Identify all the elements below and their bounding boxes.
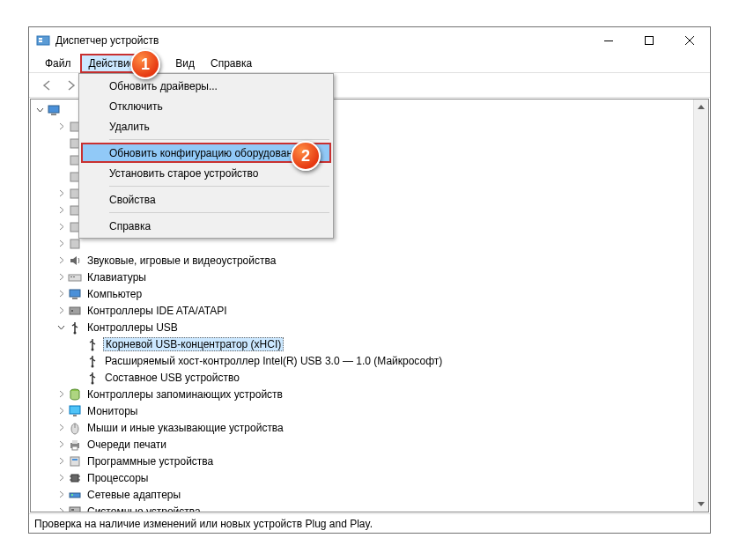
expander-spacer [73, 356, 84, 366]
tree-item[interactable]: Контроллеры USB [34, 319, 708, 335]
tree-item[interactable]: Расширяемый хост-контроллер Intel(R) USB… [34, 352, 708, 369]
scroll-down-button[interactable] [694, 497, 708, 512]
chevron-right-icon[interactable] [55, 456, 66, 467]
tree-item[interactable]: Мониторы [34, 402, 708, 419]
tree-item[interactable]: Программные устройства [34, 453, 708, 469]
ide-icon [68, 304, 82, 318]
tree-item-label: Процессоры [85, 472, 151, 484]
menu-separator [109, 139, 329, 140]
chevron-right-icon[interactable] [55, 506, 66, 513]
vertical-scrollbar[interactable] [693, 99, 708, 512]
menu-update-drivers[interactable]: Обновить драйверы... [81, 76, 331, 96]
tree-item[interactable]: Контроллеры запоминающих устройств [34, 386, 708, 402]
svg-rect-32 [72, 440, 78, 444]
minimize-button[interactable] [588, 27, 629, 54]
tree-item[interactable]: Звуковые, игровые и видеоустройства [34, 252, 708, 269]
svg-rect-19 [72, 298, 78, 299]
tree-item-label: Мыши и иные указывающие устройства [85, 422, 285, 434]
chevron-right-icon[interactable] [55, 490, 66, 500]
expander-spacer [73, 372, 84, 383]
tree-item[interactable]: Сетевые адаптеры [34, 486, 708, 503]
usb-icon [85, 371, 100, 385]
chevron-right-icon[interactable] [55, 122, 66, 132]
tree-item-label: Компьютер [85, 288, 144, 300]
cpu-icon [68, 471, 82, 485]
svg-rect-16 [70, 276, 72, 277]
menu-delete[interactable]: Удалить [81, 116, 331, 136]
menu-help[interactable]: Справка [81, 216, 331, 236]
tree-item-label: Расширяемый хост-контроллер Intel(R) USB… [103, 355, 444, 367]
svg-rect-18 [70, 290, 80, 297]
tree-item[interactable]: Корневой USB-концентратор (xHCI) [34, 335, 708, 352]
menu-file[interactable]: Файл [38, 55, 78, 71]
tree-item[interactable]: Процессоры [34, 469, 708, 486]
maximize-button[interactable] [629, 27, 669, 54]
chevron-right-icon[interactable] [55, 239, 66, 249]
tree-item-label: Составное USB устройство [103, 372, 241, 384]
annotation-marker-2: 2 [291, 141, 321, 171]
mouse-icon [68, 421, 82, 435]
chevron-right-icon[interactable] [55, 222, 66, 232]
svg-rect-28 [73, 415, 77, 416]
svg-rect-36 [71, 475, 78, 482]
menu-view[interactable]: Вид [168, 55, 202, 71]
window-title: Диспетчер устройств [55, 34, 588, 47]
chevron-right-icon[interactable] [55, 473, 66, 483]
back-button[interactable] [36, 76, 57, 95]
chevron-right-icon[interactable] [55, 255, 66, 266]
menu-disable[interactable]: Отключить [81, 96, 331, 116]
menu-help[interactable]: Справка [203, 55, 259, 71]
tree-item[interactable]: Составное USB устройство [34, 369, 708, 386]
chevron-right-icon[interactable] [55, 406, 66, 416]
svg-rect-5 [48, 106, 59, 113]
tree-item[interactable]: Компьютер [34, 285, 708, 302]
chevron-right-icon[interactable] [55, 289, 66, 299]
computer-icon [47, 103, 61, 117]
svg-rect-15 [69, 275, 81, 281]
computer-icon [68, 287, 82, 301]
tree-item-label: Сетевые адаптеры [85, 489, 182, 501]
chevron-down-icon[interactable] [34, 105, 45, 115]
tree-item-label: Звуковые, игровые и видеоустройства [85, 254, 277, 267]
tree-item[interactable]: Мыши и иные указывающие устройства [34, 419, 708, 436]
software-icon [68, 454, 82, 468]
svg-rect-27 [70, 406, 80, 414]
svg-rect-43 [70, 507, 80, 513]
chevron-right-icon[interactable] [55, 188, 66, 199]
chevron-right-icon[interactable] [55, 272, 66, 283]
close-button[interactable] [669, 27, 710, 54]
usb-icon [85, 354, 100, 368]
chevron-down-icon[interactable] [55, 322, 66, 333]
sound-icon [68, 254, 82, 268]
tree-item-label: Контроллеры IDE ATA/ATAPI [85, 305, 229, 317]
tree-item-label: Клавиатуры [85, 271, 148, 284]
chevron-right-icon[interactable] [55, 439, 66, 450]
chevron-right-icon[interactable] [55, 306, 66, 316]
svg-point-42 [71, 494, 73, 496]
system-icon [68, 505, 82, 513]
chevron-right-icon[interactable] [55, 423, 66, 433]
tree-item[interactable]: Клавиатуры [34, 269, 708, 285]
scroll-up-button[interactable] [694, 99, 708, 114]
chevron-right-icon[interactable] [55, 205, 66, 216]
tree-item-label: Контроллеры запоминающих устройств [85, 388, 285, 401]
tree-item[interactable]: Контроллеры IDE ATA/ATAPI [34, 302, 708, 319]
app-icon [36, 33, 50, 48]
menu-properties[interactable]: Свойства [81, 189, 331, 210]
svg-rect-14 [70, 239, 79, 248]
menu-add-legacy[interactable]: Установить старое устройство [81, 163, 331, 183]
tree-item-label: Очереди печати [85, 438, 168, 451]
svg-point-23 [92, 348, 94, 350]
tree-item-label: Контроллеры USB [85, 321, 180, 334]
tree-item[interactable]: Очереди печати [34, 436, 708, 453]
usb-icon [68, 321, 82, 335]
annotation-marker-1: 1 [130, 49, 160, 79]
svg-point-21 [71, 310, 73, 312]
expander-spacer [55, 138, 66, 149]
statusbar: Проверка на наличие изменений или новых … [29, 513, 710, 533]
svg-rect-3 [604, 41, 613, 41]
svg-rect-6 [51, 114, 56, 115]
tree-item[interactable]: Системные устройства [34, 503, 708, 512]
tree-item-label: Мониторы [85, 405, 139, 417]
chevron-right-icon[interactable] [55, 389, 66, 400]
